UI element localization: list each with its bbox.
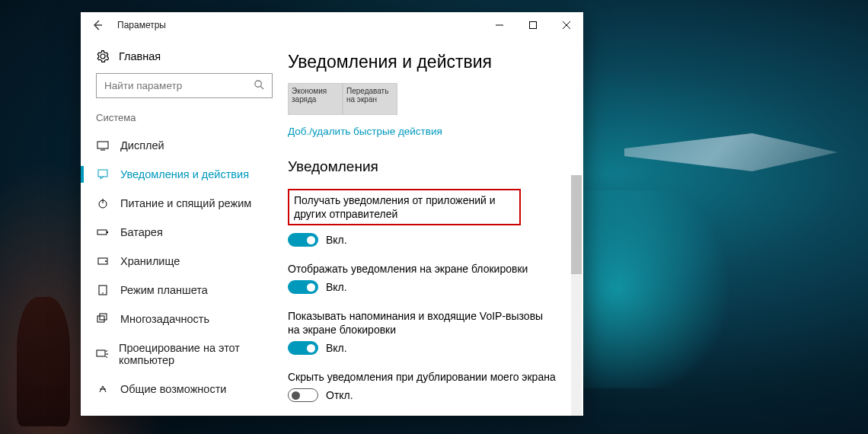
sidebar-item-label: Многозадачность	[120, 313, 209, 325]
settings-window: Параметры Главная	[81, 12, 583, 416]
setting-label: Получать уведомления от приложений и дру…	[294, 193, 515, 221]
titlebar: Параметры	[81, 12, 583, 38]
svg-rect-3	[98, 170, 107, 177]
toggle-lockscreen-notifications[interactable]: Вкл.	[288, 280, 347, 294]
bg-spaceship	[624, 114, 838, 190]
content-pane: Уведомления и действия Экономия заряда П…	[288, 38, 583, 416]
minimize-icon	[496, 21, 503, 29]
quick-tile-battery-saver[interactable]: Экономия заряда	[288, 83, 343, 115]
search-icon	[254, 79, 265, 94]
sidebar-item-label: Общие возможности	[120, 383, 226, 395]
svg-point-8	[105, 260, 107, 262]
projecting-icon	[96, 348, 108, 360]
sidebar-item-display[interactable]: Дисплей	[81, 131, 288, 160]
sidebar-item-label: Хранилище	[120, 255, 180, 267]
svg-rect-11	[97, 316, 104, 322]
home-label: Главная	[119, 50, 161, 62]
sidebar-item-label: Питание и спящий режим	[120, 197, 251, 209]
quick-tile-project[interactable]: Передавать на экран	[343, 83, 397, 115]
scrollbar-thumb[interactable]	[571, 175, 582, 274]
setting-label: Показывать напоминания и входящие VoIP-в…	[288, 309, 547, 337]
sidebar-item-projecting[interactable]: Проецирование на этот компьютер	[81, 333, 288, 375]
storage-icon	[96, 255, 110, 267]
svg-rect-2	[97, 142, 108, 148]
window-controls	[483, 12, 583, 38]
svg-rect-5	[97, 230, 107, 235]
toggle-state-label: Откл.	[326, 389, 353, 401]
toggle-hide-when-duplicating[interactable]: Откл.	[288, 388, 353, 402]
battery-icon	[96, 226, 110, 238]
bg-figure	[17, 297, 70, 426]
highlight-annotation: Получать уведомления от приложений и дру…	[288, 189, 521, 225]
svg-point-10	[102, 292, 104, 294]
sidebar-item-storage[interactable]: Хранилище	[81, 247, 288, 276]
toggle-state-label: Вкл.	[326, 234, 347, 246]
sidebar: Главная Система Дисплей Уведом	[81, 38, 288, 416]
shared-icon	[96, 383, 110, 395]
edit-quick-actions-link[interactable]: Доб./удалить быстрые действия	[288, 115, 442, 154]
gear-icon	[96, 50, 110, 62]
section-heading-notifications: Уведомления	[288, 154, 565, 189]
toggle-state-label: Вкл.	[326, 342, 347, 354]
toggle-state-label: Вкл.	[326, 281, 347, 293]
notifications-icon	[96, 168, 110, 180]
close-icon	[563, 21, 570, 29]
svg-rect-0	[530, 22, 537, 29]
display-icon	[96, 139, 110, 152]
setting-label: Отображать уведомления на экране блокиро…	[288, 262, 565, 276]
setting-hide-when-duplicating: Скрыть уведомления при дублировании моег…	[288, 370, 565, 405]
minimize-button[interactable]	[483, 12, 516, 38]
maximize-icon	[529, 21, 537, 29]
sidebar-nav: Дисплей Уведомления и действия Питание и…	[81, 131, 288, 416]
sidebar-group-title: Система	[81, 112, 288, 131]
svg-rect-6	[107, 231, 108, 233]
quick-tile-label: Передавать на экран	[346, 87, 394, 104]
setting-label: Скрыть уведомления при дублировании моег…	[288, 370, 565, 384]
tablet-icon	[96, 284, 110, 296]
svg-rect-13	[97, 350, 105, 356]
search-input[interactable]	[96, 73, 273, 98]
svg-rect-12	[100, 314, 107, 320]
toggle-switch-icon	[288, 341, 318, 355]
setting-lockscreen-notifications: Отображать уведомления на экране блокиро…	[288, 262, 565, 297]
sidebar-item-label: Режим планшета	[120, 284, 208, 296]
power-icon	[96, 197, 110, 209]
sidebar-item-battery[interactable]: Батарея	[81, 218, 288, 247]
svg-point-1	[255, 81, 261, 87]
window-title: Параметры	[114, 20, 166, 30]
toggle-switch-icon	[288, 233, 318, 247]
maximize-button[interactable]	[516, 12, 550, 38]
toggle-voip-lockscreen[interactable]: Вкл.	[288, 341, 347, 355]
sidebar-item-power[interactable]: Питание и спящий режим	[81, 189, 288, 218]
arrow-left-icon	[91, 19, 104, 31]
page-title: Уведомления и действия	[288, 38, 565, 83]
quick-tile-label: Экономия заряда	[292, 87, 339, 104]
sidebar-item-label: Дисплей	[120, 139, 164, 152]
sidebar-item-label: Проецирование на этот компьютер	[119, 342, 273, 366]
sidebar-item-notifications[interactable]: Уведомления и действия	[81, 160, 288, 189]
sidebar-item-label: Батарея	[120, 226, 163, 238]
toggle-switch-icon	[288, 388, 318, 402]
quick-action-tiles: Экономия заряда Передавать на экран	[288, 83, 565, 115]
sidebar-item-shared[interactable]: Общие возможности	[81, 375, 288, 404]
home-link[interactable]: Главная	[81, 44, 288, 73]
toggle-get-notifications[interactable]: Вкл.	[288, 233, 347, 247]
close-button[interactable]	[550, 12, 583, 38]
back-button[interactable]	[81, 12, 114, 38]
sidebar-item-label: Уведомления и действия	[120, 168, 249, 180]
multitasking-icon	[96, 313, 110, 325]
search-box	[96, 73, 273, 98]
setting-get-notifications: Получать уведомления от приложений и дру…	[288, 189, 565, 250]
setting-voip-lockscreen: Показывать напоминания и входящие VoIP-в…	[288, 309, 565, 358]
sidebar-item-tablet[interactable]: Режим планшета	[81, 276, 288, 305]
sidebar-item-multitasking[interactable]: Многозадачность	[81, 305, 288, 333]
toggle-switch-icon	[288, 280, 318, 294]
